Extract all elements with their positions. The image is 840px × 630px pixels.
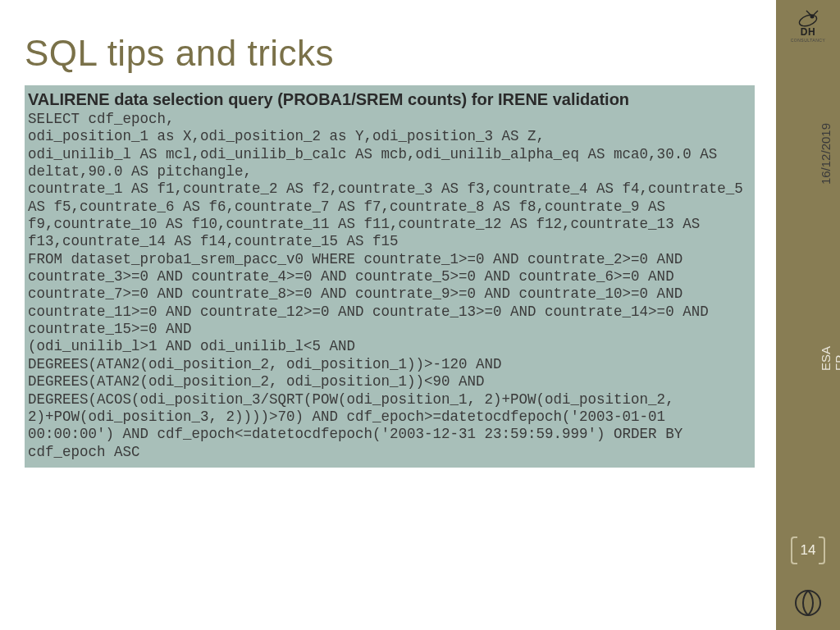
satellite-icon bbox=[796, 8, 820, 28]
page-number: 14 bbox=[801, 542, 816, 559]
main-content: SQL tips and tricks VALIRENE data select… bbox=[25, 33, 755, 468]
logo: DH CONSULTANCY bbox=[783, 8, 833, 41]
globe-icon bbox=[794, 589, 822, 617]
sql-code: SELECT cdf_epoch, odi_position_1 as X,od… bbox=[28, 111, 748, 461]
bracket-left-icon bbox=[791, 536, 797, 564]
sidebar: DH CONSULTANCY 16/12/2019 ESA FP Days, E… bbox=[776, 0, 840, 630]
logo-subtext: CONSULTANCY bbox=[791, 38, 826, 43]
svg-point-0 bbox=[798, 13, 819, 28]
bracket-right-icon bbox=[819, 536, 825, 564]
slide-date: 16/12/2019 bbox=[819, 123, 833, 185]
logo-text: DH bbox=[801, 26, 815, 38]
page-number-badge: 14 bbox=[791, 536, 825, 564]
slide-title: SQL tips and tricks bbox=[25, 33, 755, 74]
slide: SQL tips and tricks VALIRENE data select… bbox=[0, 0, 840, 630]
code-block: VALIRENE data selection query (PROBA1/SR… bbox=[25, 85, 755, 468]
event-label: ESA FP Days, ESTEC bbox=[819, 328, 840, 371]
code-subtitle: VALIRENE data selection query (PROBA1/SR… bbox=[28, 90, 748, 109]
svg-point-4 bbox=[796, 591, 820, 615]
